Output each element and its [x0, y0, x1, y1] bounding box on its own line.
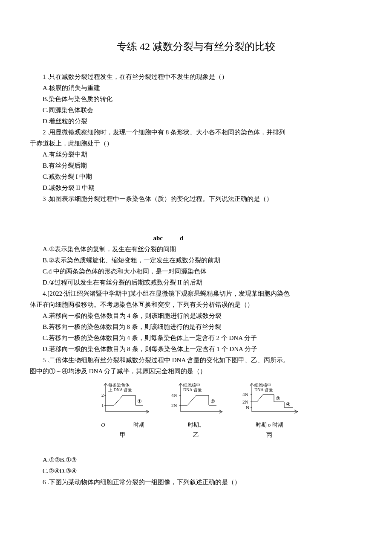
q1-option-b: B.染色体与染色质的转化: [30, 94, 362, 104]
chart-jia-tick-2: 2: [101, 392, 104, 398]
chart-bing-ylabel2: DNA 含量: [254, 387, 273, 392]
q3-option-a: A.①表示染色体的复制，发生在有丝分裂的间期: [30, 244, 362, 254]
chart-yi-ylabel2: DNA 含量: [183, 387, 202, 392]
chart-jia-svg: 每条染色体 上 DNA 含量 2 1 ①: [93, 380, 153, 418]
q3-option-b: B.②表示染色质螺旋化、缩短变粗，一定发生在减数分裂的前期: [30, 255, 362, 265]
q3-stem: 3 .如图表示细胞分裂过程中一条染色体（质）的变化过程。下列说法正确的是（）: [30, 194, 362, 204]
chart-yi-xlabel-row: 时期。: [188, 421, 205, 430]
q1-option-a: A.核膜的消失与重建: [30, 83, 362, 93]
chart-jia-xlabel-row: O 时期: [101, 421, 144, 430]
q3-label-d: d: [180, 233, 280, 243]
chart-bing-xlabel-row: 时期 o 时期: [256, 421, 283, 430]
q4-option-d: D.若移向一极的染色体数目为 8 条，则每条染色体上一定含有 1 个 DNA 分…: [30, 344, 362, 354]
chart-bing: 细胞核中 DNA 含量 4N 2N N ③ ④ 时期 o 时期 丙: [239, 380, 299, 440]
q4-option-c: C.若移向一极的染色体数目为 4 条，则每条染色体上一定含有 2 个 DNA 分…: [30, 333, 362, 343]
q3-figure-labels: abc d: [30, 233, 362, 243]
chart-jia: 每条染色体 上 DNA 含量 2 1 ① O 时期 甲: [93, 380, 153, 440]
chart-yi-xlabel: 时期。: [188, 421, 205, 430]
q2-stem-line2: 于赤道板上，此细胞处于（）: [30, 138, 362, 148]
chart-bing-tick-2n: 2N: [242, 399, 248, 404]
chart-jia-xlabel: 时期: [133, 421, 144, 430]
q5-charts: 每条染色体 上 DNA 含量 2 1 ① O 时期 甲 细胞核: [30, 380, 362, 440]
q6-stem: 6 .下图为某动物体内细胞正常分裂的一组图像，下列叙述正确的是（）: [30, 477, 362, 487]
chart-yi-ylabel1: 细胞核中: [183, 383, 200, 387]
q4-option-a: A.若移向一极的染色体数目为 4 条，则该细胞进行的是减数分裂: [30, 311, 362, 321]
q4-stem-line1: 4.[2022·浙江绍兴诸暨中学期中]某小组在显微镜下观察果蝇精巢切片，发现某细…: [30, 288, 362, 299]
q3-figure-placeholder: [30, 205, 362, 230]
q3-option-c: C.d 中的两条染色体的形态和大小相同，是一对同源染色体: [30, 266, 362, 276]
q3-option-d: D.③过程可以发生在有丝分裂的后期或减数分裂 II 的后期: [30, 277, 362, 288]
q1-option-c: C.同源染色体联会: [30, 105, 362, 115]
chart-bing-tick-4n: 4N: [242, 392, 248, 397]
document-page: 专练 42 减数分裂与有丝分裂的比较 1 .只在减数分裂过程发生，在有丝分裂过程…: [0, 0, 392, 555]
q2-option-c: C.减数分裂 I 中期: [30, 171, 362, 182]
chart-jia-origin: O: [101, 421, 105, 430]
q2-stem-line1: 2 .用显微镜观察细胞时，发现一个细胞中有 8 条形状、大小各不相同的染色体，并…: [30, 127, 362, 137]
chart-bing-name: 丙: [266, 430, 272, 440]
chart-yi-annotation: ②: [210, 398, 215, 404]
q3-label-abc: abc: [30, 233, 180, 243]
chart-bing-annotation-4: ④: [286, 401, 291, 407]
chart-bing-ylabel1: 细胞核中: [254, 383, 271, 387]
q5-stem-line1: 5 .二倍体生物细胞有丝分裂和减数分裂过程中 DNA 含量的变化如下图甲、乙、丙…: [30, 355, 362, 365]
chart-jia-annotation: ①: [137, 398, 142, 404]
chart-bing-annotation-3: ③: [276, 395, 280, 401]
chart-yi-tick-4n: 4N: [171, 392, 177, 398]
q2-option-d: D.减数分裂 II 中期: [30, 183, 362, 193]
chart-yi-name: 乙: [193, 430, 199, 440]
chart-jia-name: 甲: [120, 430, 126, 440]
chart-jia-ylabel2: 上 DNA 含量: [108, 387, 132, 392]
chart-bing-tick-n: N: [246, 405, 249, 410]
q5-stem-line2: 图中的①～④均涉及 DNA 分子减半，其原因完全相同的是（）: [30, 366, 362, 376]
q1-stem: 1 .只在减数分裂过程发生，在有丝分裂过程中不发生的现象是（）: [30, 72, 362, 82]
q2-option-a: A.有丝分裂中期: [30, 149, 362, 160]
q5-options-row1: A.①②B.①③: [30, 455, 362, 465]
page-title: 专练 42 减数分裂与有丝分裂的比较: [30, 38, 362, 55]
chart-jia-tick-1: 1: [101, 403, 104, 408]
q5-options-row2: C.②④D.③④: [30, 466, 362, 476]
chart-yi-svg: 细胞核中 DNA 含量 4N 2N ②: [166, 380, 226, 418]
chart-yi: 细胞核中 DNA 含量 4N 2N ② 时期。 乙: [166, 380, 226, 440]
q4-option-b: B.若移向一极的染色体数目为 8 条，则该细胞进行的是有丝分裂: [30, 322, 362, 332]
q4-stem-line2: 体正在向细胞两极移动。不考虑染色体互换和突变，下列有关分析错误的是（）: [30, 299, 362, 310]
chart-jia-ylabel1: 每条染色体: [108, 383, 130, 387]
q2-option-b: B.有丝分裂后期: [30, 160, 362, 171]
chart-bing-xlabel: 时期 o 时期: [256, 421, 283, 430]
q1-option-d: D.着丝粒的分裂: [30, 116, 362, 126]
chart-bing-svg: 细胞核中 DNA 含量 4N 2N N ③ ④: [237, 380, 301, 418]
chart-yi-tick-2n: 2N: [171, 403, 177, 408]
spacer: [30, 441, 362, 454]
